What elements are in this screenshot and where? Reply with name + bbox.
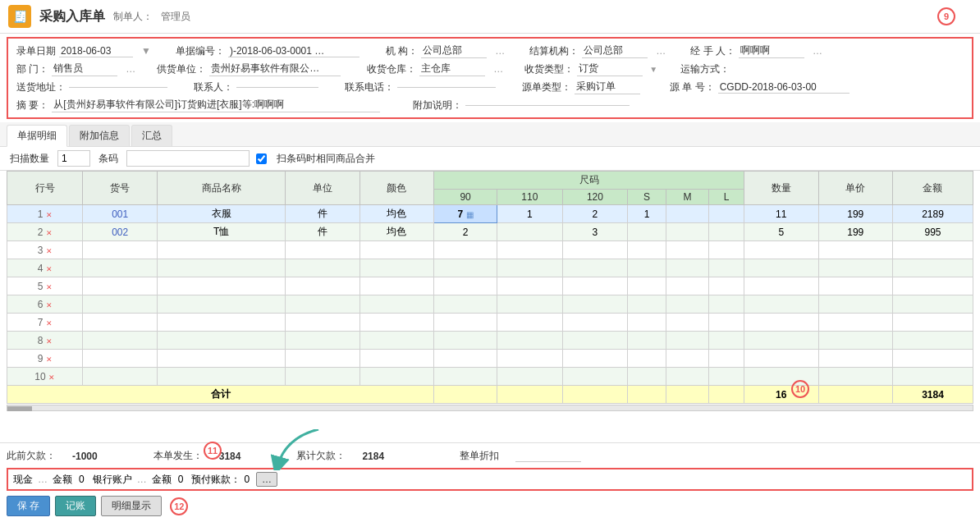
table-row[interactable]: 4 ✕ bbox=[7, 259, 973, 277]
scrollbar-thumb[interactable] bbox=[7, 406, 32, 411]
table-row[interactable]: 9 ✕ bbox=[7, 350, 973, 368]
cell-size-m[interactable] bbox=[666, 223, 708, 241]
tab-summary[interactable]: 汇总 bbox=[131, 125, 172, 146]
cell-name[interactable]: T恤 bbox=[157, 223, 285, 241]
cell-amount: 995 bbox=[892, 223, 973, 241]
cell-size-90[interactable]: 2 bbox=[434, 223, 497, 241]
cash-dots[interactable]: … bbox=[38, 474, 48, 485]
app-icon: 🧾 bbox=[8, 5, 31, 28]
col-name: 商品名称 bbox=[157, 172, 285, 205]
org-label: 机 构： bbox=[382, 44, 421, 58]
handler-label: 经 手 人： bbox=[687, 44, 739, 58]
discount-input[interactable] bbox=[515, 450, 581, 462]
tab-extra[interactable]: 附加信息 bbox=[69, 125, 130, 146]
org-value: 公司总部 bbox=[421, 44, 487, 58]
cell-size-m[interactable] bbox=[666, 205, 708, 223]
current-label: 本单发生： bbox=[153, 449, 203, 463]
cell-price: 199 bbox=[818, 223, 892, 241]
scan-qty-input[interactable] bbox=[57, 150, 90, 167]
tab-detail[interactable]: 单据明细 bbox=[7, 125, 67, 147]
addr-value bbox=[69, 87, 167, 88]
supplier-label: 供货单位： bbox=[153, 62, 209, 76]
phone-value bbox=[397, 87, 496, 88]
cell-sku[interactable]: 002 bbox=[83, 223, 157, 241]
cell-size-s[interactable]: 1 bbox=[628, 205, 666, 223]
form-row-1: 录单日期 2018-06-03 ▼ 单据编号： )-2018-06-03-000… bbox=[13, 42, 967, 60]
prepay-value: 0 bbox=[244, 474, 250, 485]
col-size-110: 110 bbox=[497, 190, 563, 205]
settle-label: 结算机构： bbox=[526, 44, 582, 58]
col-size-m: M bbox=[666, 190, 708, 205]
creator-value: 管理员 bbox=[161, 10, 190, 24]
cell-color: 均色 bbox=[359, 205, 433, 223]
date-value[interactable]: 2018-06-03 bbox=[59, 45, 133, 57]
prev-debt-label: 此前欠款： bbox=[7, 449, 56, 463]
memo-label: 摘 要： bbox=[13, 98, 52, 112]
memo-value: 从[贵州好易事软件有限公司]订货购进[衣服]等:啊啊啊 bbox=[52, 98, 380, 112]
prepay-btn[interactable]: … bbox=[256, 472, 277, 487]
source-type-label: 源单类型： bbox=[519, 80, 575, 94]
recv-type-label: 收货类型： bbox=[521, 62, 577, 76]
settle-value: 公司总部 bbox=[582, 44, 648, 58]
col-color: 颜色 bbox=[359, 172, 433, 205]
badge-10: 10 bbox=[791, 380, 809, 398]
clear-button[interactable]: 明细显示 bbox=[101, 496, 162, 516]
warehouse-label: 收货仓库： bbox=[364, 62, 419, 76]
form-row-3: 送货地址： 联系人： 联系电话： 源单类型： 采购订单 源 单 号： CGDD-… bbox=[13, 78, 967, 96]
horizontal-scrollbar[interactable] bbox=[7, 405, 973, 411]
transport-label: 运输方式： bbox=[677, 62, 733, 76]
cell-size-120[interactable]: 3 bbox=[562, 223, 628, 241]
dept-value: 销售员 bbox=[52, 62, 117, 76]
source-type-value: 采购订单 bbox=[575, 80, 640, 94]
cell-size-l[interactable] bbox=[709, 205, 744, 223]
source-num-label: 源 单 号： bbox=[666, 80, 718, 94]
form-row-4: 摘 要： 从[贵州好易事软件有限公司]订货购进[衣服]等:啊啊啊 附加说明： bbox=[13, 96, 967, 114]
cash-amount-label: 金额 bbox=[53, 473, 72, 487]
table-row[interactable]: 10 ✕ bbox=[7, 368, 973, 386]
col-size-group: 尺码 bbox=[434, 172, 744, 190]
scan-barcode-input[interactable] bbox=[126, 150, 250, 167]
cell-sku[interactable]: 001 bbox=[83, 205, 157, 223]
prev-debt-value: -1000 bbox=[72, 451, 98, 462]
cell-size-110[interactable] bbox=[497, 223, 563, 241]
warehouse-value: 主仓库 bbox=[419, 62, 485, 76]
table-row[interactable]: 6 ✕ bbox=[7, 295, 973, 314]
table-row[interactable]: 5 ✕ bbox=[7, 277, 973, 295]
bank-dots[interactable]: … bbox=[137, 474, 147, 485]
cash-label: 现金 bbox=[13, 473, 33, 487]
extra-label: 附加说明： bbox=[410, 98, 465, 112]
recv-type-dropdown[interactable]: ▼ bbox=[649, 65, 657, 74]
journal-button[interactable]: 记账 bbox=[55, 496, 96, 516]
table-row[interactable]: 2 ✕ 002 T恤 件 均色 2 3 5 199 995 bbox=[7, 223, 973, 241]
table-row[interactable]: 3 ✕ bbox=[7, 241, 973, 259]
save-button[interactable]: 保 存 bbox=[7, 496, 50, 516]
supplier-value: 贵州好易事软件有限公… bbox=[209, 62, 341, 76]
badge-12: 12 bbox=[170, 497, 188, 515]
cell-size-90[interactable]: 7 ▦ bbox=[434, 205, 497, 223]
scan-merge-checkbox[interactable] bbox=[256, 153, 267, 164]
date-dropdown[interactable]: ▼ bbox=[141, 45, 151, 57]
badge-11: 11 bbox=[204, 442, 222, 460]
cell-name[interactable]: 衣服 bbox=[157, 205, 285, 223]
cell-size-120[interactable]: 2 bbox=[562, 205, 628, 223]
prepay-item: 预付账款： 0 … bbox=[191, 472, 277, 487]
cash-amount-value: 0 bbox=[79, 474, 85, 485]
total-row: 合计 16 3184 bbox=[7, 386, 973, 404]
current-value: 3184 bbox=[219, 451, 241, 462]
cell-size-110[interactable]: 1 bbox=[497, 205, 563, 223]
cell-size-l[interactable] bbox=[709, 223, 744, 241]
date-label: 录单日期 bbox=[13, 44, 59, 58]
table-row[interactable]: 7 ✕ bbox=[7, 314, 973, 332]
bank-item: 银行账户 … 金额 0 bbox=[93, 473, 184, 487]
bottom-area: 此前欠款： -1000 本单发生： 3184 累计欠款： 2184 整单折扣 1… bbox=[0, 442, 980, 522]
cell-rownum: 2 ✕ bbox=[7, 223, 83, 241]
col-unit: 单位 bbox=[286, 172, 359, 205]
cell-unit: 件 bbox=[286, 205, 359, 223]
payment-area: 现金 … 金额 0 银行账户 … 金额 0 预付账款： 0 … bbox=[7, 468, 973, 491]
discount-label: 整单折扣 bbox=[460, 449, 499, 463]
table-container: 行号 货号 商品名称 单位 颜色 尺码 数量 单价 金额 90 110 120 … bbox=[0, 171, 980, 442]
table-row[interactable]: 8 ✕ bbox=[7, 332, 973, 350]
table-row[interactable]: 1 ✕ 001 衣服 件 均色 7 ▦ 1 2 1 11 199 2189 bbox=[7, 205, 973, 223]
cell-size-s[interactable] bbox=[628, 223, 666, 241]
cell-qty: 5 bbox=[744, 223, 818, 241]
